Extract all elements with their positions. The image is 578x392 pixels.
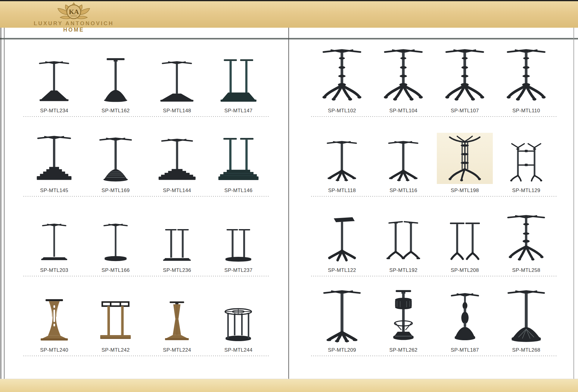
brand-logo: KA (51, 2, 96, 20)
product-cell: SP-MTL116 (373, 139, 434, 194)
left-edge-line-outer (1, 28, 1, 379)
product-code: SP-MTL198 (451, 188, 479, 194)
product-image-tall-ribbedround (501, 288, 552, 344)
product-code: SP-MTL116 (390, 188, 417, 194)
product-cell: SP-MTL107 (434, 46, 496, 114)
product-code: SP-MTL169 (101, 188, 129, 194)
product-code: SP-MTL110 (512, 108, 540, 114)
product-image-double-flatoval (222, 227, 255, 264)
catalog-page-right: SP-MTL102SP-MTL104SP-MTL107SP-MTL110SP-M… (311, 37, 557, 356)
product-cell: SP-MTL162 (85, 55, 146, 114)
product-cell: SP-MTL192 (373, 219, 434, 273)
product-image-bronze-ornate (33, 296, 76, 344)
product-code: SP-MTL107 (451, 108, 479, 114)
product-image-bronze-taper (156, 298, 197, 344)
product-cell: SP-MTL262 (373, 288, 434, 353)
product-cell: SP-MTL110 (496, 46, 557, 114)
lotus-logo-icon: KA (51, 2, 96, 20)
product-cell: SP-MTL198 (434, 133, 496, 194)
product-image-double-stepped (216, 135, 261, 184)
product-image-cross-pyramid (33, 59, 75, 104)
product-code: SP-MTL147 (224, 108, 252, 114)
product-cell: SP-MTL244 (208, 305, 269, 353)
brand-name: LUXURY ANTONOVICH HOME (24, 20, 123, 33)
product-image-bronze-double (95, 299, 136, 344)
catalog-row: SP-MTL122SP-MTL192SP-MTL208SP-MTL258 (311, 197, 557, 276)
product-image-bar-basket (378, 288, 429, 344)
product-code: SP-MTL236 (163, 267, 191, 273)
product-cell: SP-MTL122 (311, 216, 373, 273)
product-cell: SP-MTL208 (434, 220, 496, 273)
product-cell: SP-MTL268 (496, 288, 557, 353)
product-code: SP-MTL145 (40, 188, 68, 194)
product-cell: SP-MTL258 (496, 213, 557, 273)
product-image-ornate-rods (437, 133, 493, 184)
catalog-row: SP-MTL240SP-MTL242SP-MTL224SP-MTL244 (23, 276, 269, 356)
product-cell: SP-MTL146 (208, 135, 269, 194)
product-cell: SP-MTL187 (434, 291, 496, 353)
product-image-plate-dome (93, 55, 138, 104)
catalog-page-left: SP-MTL234SP-MTL162SP-MTL148SP-MTL147SP-M… (23, 37, 269, 356)
product-code: SP-MTL234 (40, 108, 68, 114)
product-image-ornate-4leg (377, 46, 430, 104)
product-code: SP-MTL242 (101, 347, 129, 353)
product-image-ring-cage (221, 305, 256, 344)
product-image-cross-flatsquare (35, 222, 73, 264)
footer-band (0, 379, 578, 392)
product-code: SP-MTL208 (451, 267, 479, 273)
left-edge-line-inner (4, 28, 5, 379)
product-code: SP-MTL240 (40, 347, 68, 353)
product-code: SP-MTL144 (163, 188, 191, 194)
catalog-row: SP-MTL118SP-MTL116SP-MTL198SP-MTL129 (311, 117, 557, 197)
product-code: SP-MTL209 (328, 347, 356, 353)
product-code: SP-MTL224 (163, 347, 191, 353)
product-code: SP-MTL258 (512, 267, 540, 273)
product-cell: SP-MTL104 (373, 46, 434, 114)
product-code: SP-MTL129 (512, 188, 540, 194)
product-image-cross-xbase (321, 139, 362, 184)
product-code: SP-MTL237 (224, 267, 252, 273)
product-code: SP-MTL118 (328, 188, 356, 194)
catalog-row: SP-MTL203SP-MTL166SP-MTL236SP-MTL237 (23, 197, 269, 276)
product-code: SP-MTL166 (101, 267, 129, 273)
product-code: SP-MTL102 (328, 108, 356, 114)
product-cell: SP-MTL240 (23, 296, 85, 353)
product-cell: SP-MTL145 (23, 133, 85, 194)
product-image-cross-lowpyramid (156, 59, 197, 104)
product-image-cross-flatround (96, 222, 135, 264)
product-cell: SP-MTL129 (496, 142, 557, 194)
product-code: SP-MTL268 (512, 347, 540, 353)
product-cell: SP-MTL236 (146, 227, 208, 273)
product-image-squaretop-xbase (320, 216, 364, 264)
catalog-row: SP-MTL209SP-MTL262SP-MTL187SP-MTL268 (311, 276, 557, 356)
product-image-baluster (441, 291, 489, 344)
product-cell: SP-MTL203 (23, 222, 85, 273)
header-band: KA LUXURY ANTONOVICH HOME (0, 0, 578, 28)
product-image-ornate-4leg (315, 46, 368, 104)
product-code: SP-MTL104 (389, 108, 417, 114)
product-cell: SP-MTL209 (311, 288, 373, 353)
page-divider (288, 28, 289, 379)
product-code: SP-MTL244 (224, 347, 252, 353)
product-image-cross-stepped (31, 133, 77, 184)
product-cell: SP-MTL234 (23, 59, 85, 114)
product-image-double-T (445, 220, 485, 264)
product-cell: SP-MTL118 (311, 139, 373, 194)
product-cell: SP-MTL237 (208, 227, 269, 273)
logo-monogram: KA (69, 8, 79, 16)
product-cell: SP-MTL102 (311, 46, 373, 114)
product-cell: SP-MTL166 (85, 222, 146, 273)
product-image-cross-ribbedround (93, 135, 138, 184)
catalog-row: SP-MTL145SP-MTL169SP-MTL144SP-MTL146 (23, 117, 269, 197)
product-code: SP-MTL122 (328, 267, 356, 273)
product-image-cross-stepped-wide (155, 136, 199, 184)
product-cell: SP-MTL242 (85, 299, 146, 353)
product-code: SP-MTL187 (451, 347, 479, 353)
product-code: SP-MTL203 (40, 267, 68, 273)
catalog-row: SP-MTL234SP-MTL162SP-MTL148SP-MTL147 (23, 37, 269, 117)
product-cell: SP-MTL147 (208, 57, 269, 114)
product-cell: SP-MTL169 (85, 135, 146, 194)
product-code: SP-MTL262 (389, 347, 417, 353)
product-image-cross-xbase (383, 139, 424, 184)
product-image-double-spread (383, 219, 424, 264)
